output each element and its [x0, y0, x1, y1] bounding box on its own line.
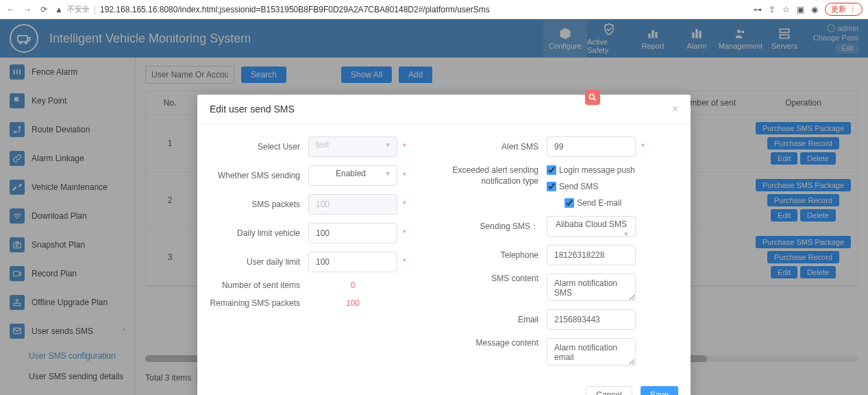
telephone-input[interactable] [547, 245, 636, 265]
chevron-down-icon: ▾ [624, 229, 628, 239]
daily-limit-vehicle-input[interactable] [308, 223, 397, 243]
back-icon[interactable]: ← [5, 4, 16, 15]
exceeded-label: Exceeded alert sending notification type [444, 165, 547, 187]
key-icon[interactable]: ⊶ [754, 5, 762, 14]
address-bar[interactable]: ▲ 不安全 | 192.168.165.16:8080/index.html;j… [55, 4, 748, 14]
sms-packets-input [308, 194, 397, 215]
send-email-checkbox[interactable]: Send E-mail [565, 198, 682, 208]
whether-sms-select[interactable]: Enabled▾ [308, 165, 397, 186]
num-sent-value: 0 [308, 280, 397, 290]
daily-limit-vehicle-label: Daily limit vehicle [206, 228, 308, 238]
reload-icon[interactable]: ⟳ [38, 4, 49, 15]
num-sent-label: Number of sent items [206, 280, 308, 290]
sending-sms-label: Sending SMS： [444, 221, 547, 232]
telephone-label: Telephone [444, 250, 547, 260]
sms-packets-label: SMS packets [206, 200, 308, 209]
user-daily-limit-input[interactable] [308, 252, 397, 272]
insecure-label: 不安全 [67, 4, 90, 14]
search-badge-icon[interactable] [585, 90, 600, 105]
email-input[interactable] [547, 309, 636, 330]
chevron-down-icon: ▾ [386, 140, 390, 149]
share-icon[interactable]: ⇪ [769, 5, 776, 14]
alert-sms-input[interactable] [547, 136, 636, 157]
alert-sms-label: Alert SMS [444, 142, 547, 152]
remaining-value: 100 [308, 298, 397, 308]
send-sms-checkbox[interactable]: Send SMS [547, 182, 598, 191]
chevron-down-icon: ▾ [386, 169, 390, 178]
remaining-label: Remaining SMS packets [206, 298, 308, 308]
msg-content-label: Message content [444, 338, 547, 348]
update-button[interactable]: 更新 ⋮ [825, 3, 863, 16]
user-daily-limit-label: User daily limit [206, 257, 308, 267]
edit-user-sms-modal: Edit user send SMS × Select Usertest▾* W… [197, 95, 691, 395]
login-push-checkbox[interactable]: Login message push [547, 165, 635, 175]
msg-content-textarea[interactable] [547, 338, 636, 366]
select-user-label: Select User [206, 142, 308, 152]
cancel-button[interactable]: Cancel [586, 386, 632, 395]
close-icon[interactable]: × [672, 103, 678, 115]
star-icon[interactable]: ☆ [782, 5, 790, 14]
sms-content-textarea[interactable] [547, 274, 636, 301]
browser-bar: ← → ⟳ ▲ 不安全 | 192.168.165.16:8080/index.… [0, 0, 868, 19]
svg-point-23 [589, 94, 594, 99]
sending-sms-select[interactable]: Alibaba Cloud SMS▾ [547, 216, 636, 237]
url-text: 192.168.165.16:8080/index.html;jsessioni… [100, 5, 490, 14]
forward-icon[interactable]: → [22, 4, 33, 15]
modal-title: Edit user send SMS [210, 104, 295, 115]
select-user-select[interactable]: test▾ [308, 136, 397, 157]
insecure-icon: ▲ [55, 5, 63, 14]
save-button[interactable]: Save [641, 386, 678, 395]
sms-content-label: SMS content [444, 274, 547, 283]
email-label: Email [444, 315, 547, 324]
profile-icon[interactable]: ◉ [811, 5, 818, 14]
whether-sms-label: Whether SMS sending [206, 171, 308, 180]
extension-icon[interactable]: ▣ [797, 5, 804, 14]
